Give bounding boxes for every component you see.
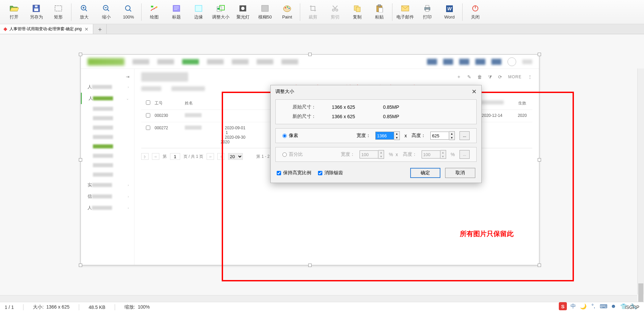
svg-rect-27 (379, 8, 383, 12)
cut-button[interactable]: 剪切 (324, 1, 346, 23)
nav-item (257, 59, 273, 64)
row-checkbox[interactable] (146, 113, 150, 118)
zoom-out-button[interactable]: 缩小 (96, 1, 117, 23)
resize-button[interactable]: 调整大小 (210, 1, 231, 23)
page-title (141, 72, 188, 82)
ime-punct-icon[interactable]: °, (590, 303, 597, 310)
sidebar-collapse-icon[interactable]: ⇥ (81, 72, 134, 81)
ime-lang-icon[interactable]: 中 (570, 303, 577, 310)
horizontal-scrollbar[interactable] (0, 295, 637, 302)
modified-dot-icon (3, 27, 7, 31)
app-logo (88, 58, 124, 65)
add-icon[interactable]: ＋ (457, 74, 461, 80)
menu-icon[interactable]: ⋮ (528, 74, 532, 80)
sidebar-subitem[interactable] (81, 160, 134, 170)
filter-icon[interactable]: ⧩ (488, 74, 492, 80)
row-checkbox[interactable] (146, 126, 150, 130)
blur50-button[interactable]: 模糊50 (254, 1, 276, 23)
pager-next[interactable]: ›› (207, 153, 214, 160)
tab-close-icon[interactable]: ✕ (84, 27, 89, 32)
resize-icon (216, 4, 225, 13)
save-as-button[interactable]: 另存为 (25, 1, 47, 23)
page-size-select[interactable]: 20 (228, 153, 243, 160)
open-button[interactable]: 打开 (3, 1, 25, 23)
refresh-icon[interactable]: ⟳ (498, 74, 502, 80)
header-icon (475, 59, 485, 65)
status-kb: 48.5 KB (89, 305, 105, 310)
close-button[interactable]: 关闭 (465, 1, 486, 23)
paste-button[interactable]: 粘贴 (369, 1, 390, 23)
pixel-radio[interactable]: 像素 (282, 133, 298, 139)
new-tab-button[interactable]: ＋ (93, 24, 107, 34)
sidebar-item[interactable]: 实› (81, 179, 134, 191)
sidebar-item[interactable]: 人⌄ (81, 93, 134, 104)
sidebar-subitem[interactable] (81, 142, 134, 151)
sidebar-item[interactable]: 人› (81, 81, 134, 93)
ime-toolbar[interactable]: S 中 🌙 °, ⌨ ☻ 👕 🔧 (559, 302, 637, 311)
ime-keyboard-icon[interactable]: ⌨ (600, 303, 607, 310)
print-button[interactable]: 打印 (417, 1, 438, 23)
pager-last[interactable]: ›| (217, 153, 225, 160)
zoom-out-icon (102, 4, 111, 13)
title-button[interactable]: 标题 (166, 1, 187, 23)
select-all-checkbox[interactable] (146, 100, 150, 105)
sidebar-subitem[interactable] (81, 123, 134, 132)
delete-icon[interactable]: 🗑 (477, 74, 482, 80)
width-input[interactable]: ▲▼ (375, 131, 400, 140)
sidebar-subitem[interactable] (81, 151, 134, 160)
status-page: 1 / 1 (5, 305, 14, 310)
more-options-button[interactable]: ... (460, 131, 470, 140)
pager-first[interactable]: |‹ (141, 153, 149, 160)
svg-text:W: W (447, 6, 452, 11)
page-input[interactable] (170, 153, 180, 160)
antialias-checkbox[interactable]: 消除锯齿 (318, 170, 343, 176)
more-button[interactable]: MORE (508, 75, 522, 79)
sidebar-item[interactable]: 信› (81, 191, 134, 202)
sogou-icon[interactable]: S (559, 302, 567, 310)
ime-face-icon[interactable]: ☻ (610, 303, 617, 310)
vertical-scrollbar[interactable] (637, 68, 644, 294)
pager-prev[interactable]: ‹‹ (152, 153, 159, 160)
edit-icon[interactable]: ✎ (467, 74, 471, 80)
email-button[interactable]: 电子邮件 (394, 1, 416, 23)
nav-item (232, 59, 249, 64)
save-icon (32, 4, 41, 13)
svg-rect-24 (356, 7, 360, 12)
ime-skin-icon[interactable]: 👕 (620, 303, 627, 310)
sidebar-item[interactable]: 人› (81, 202, 134, 214)
sidebar-subitem[interactable] (81, 170, 134, 179)
paste-icon (375, 4, 384, 13)
more-options-button[interactable]: ... (460, 150, 470, 159)
sidebar-subitem[interactable] (81, 104, 134, 113)
height-input[interactable]: ▲▼ (430, 131, 455, 140)
tab-file[interactable]: 人事管理-试用期变动-处理弹窗-确定.png ✕ (0, 24, 93, 34)
percent-radio[interactable]: 百分比 (282, 151, 303, 157)
sidebar-subitem[interactable] (81, 132, 134, 142)
main-toolbar: 打开 另存为 矩形 放大 缩小 100% 绘图 标题 边缘 调整大小 聚光灯 模… (0, 0, 644, 24)
word-button[interactable]: WWord (439, 1, 460, 23)
ime-tool-icon[interactable]: 🔧 (630, 303, 637, 310)
sidebar-subitem[interactable] (81, 113, 134, 123)
canvas-area: ⇥ 人› 人⌄ 实› 信› 人› (0, 34, 644, 312)
spotlight-button[interactable]: 聚光灯 (232, 1, 254, 23)
th-effective: 生效 (512, 100, 532, 106)
svg-rect-9 (195, 5, 202, 11)
ime-moon-icon[interactable]: 🌙 (580, 303, 587, 310)
header-icon (491, 59, 501, 65)
ok-button[interactable]: 确定 (410, 168, 440, 178)
rect-button[interactable]: 矩形 (48, 1, 69, 23)
zoom-in-button[interactable]: 放大 (73, 1, 95, 23)
crop-button[interactable]: 裁剪 (302, 1, 324, 23)
dialog-close-icon[interactable]: ✕ (472, 88, 477, 95)
artboard[interactable]: ⇥ 人› 人⌄ 实› 信› 人› (80, 54, 539, 265)
keep-ratio-checkbox[interactable]: 保持高宽比例 (277, 170, 311, 176)
draw-button[interactable]: 绘图 (144, 1, 165, 23)
cancel-button[interactable]: 取消 (445, 168, 475, 178)
status-bar: 1 / 1 大小: 1366 x 625 48.5 KB 缩放: 100% IS… (0, 302, 644, 312)
width-percent-input: ▲▼ (360, 150, 384, 159)
edge-button[interactable]: 边缘 (188, 1, 209, 23)
copy-button[interactable]: 复制 (346, 1, 368, 23)
th-id: 工号 (155, 100, 185, 106)
zoom-100-button[interactable]: 100% (118, 1, 139, 23)
paint-button[interactable]: Paint (276, 1, 298, 23)
